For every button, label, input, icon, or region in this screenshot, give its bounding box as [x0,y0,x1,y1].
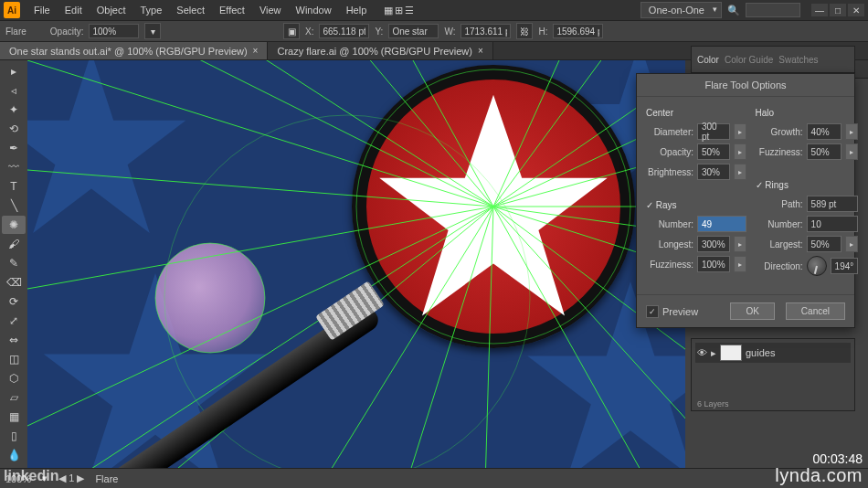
lasso-tool[interactable]: ⟲ [2,120,26,138]
menu-file[interactable]: File [27,2,57,18]
type-tool[interactable]: T [2,177,26,196]
window-minimize[interactable]: — [811,4,828,16]
stepper-icon[interactable]: ▸ [734,236,746,252]
rays-fuzziness-input[interactable]: 100% [697,256,730,272]
rings-largest-input[interactable]: 50% [807,236,842,252]
rays-longest-input[interactable]: 300% [697,236,730,252]
tab-label: Crazy flare.ai @ 100% (RGB/GPU Preview) [277,46,472,57]
x-input[interactable] [319,24,369,38]
center-opacity-label: Opacity: [646,147,693,157]
tab-close-icon[interactable]: × [253,46,259,56]
document-tab-active[interactable]: One star stands out.ai* @ 100% (RGB/GPU … [0,42,268,59]
center-opacity-input[interactable]: 50% [697,143,730,160]
arrange-icon[interactable]: ⊞ [395,5,403,16]
stepper-icon[interactable]: ▸ [845,143,858,160]
rings-number-input[interactable]: 10 [807,216,859,232]
window-maximize[interactable]: □ [830,4,846,16]
stepper-icon[interactable]: ▸ [845,123,858,140]
swatches-tab-label[interactable]: Swatches [778,55,818,65]
h-input[interactable] [553,24,603,38]
layers-count: 6 Layers [697,399,729,408]
menu-help[interactable]: Help [340,2,374,18]
diameter-label: Diameter: [646,127,693,137]
stepper-icon[interactable]: ▸ [845,236,858,252]
menu-extras-icon[interactable]: ☰ [405,5,414,16]
opacity-input[interactable] [89,24,139,38]
menu-type[interactable]: Type [134,2,169,18]
perspective-tool[interactable]: ▱ [2,388,26,407]
w-label: W: [444,27,455,37]
rays-number-input[interactable]: 49 [697,216,746,232]
menu-select[interactable]: Select [170,2,211,18]
layers-panel: 👁 ▸ guides 6 Layers [691,338,855,411]
workspace-selector[interactable]: One-on-One [640,2,722,18]
y-input[interactable] [388,24,439,38]
pen-tool[interactable]: ✒ [2,139,26,157]
growth-label: Growth: [756,127,803,137]
menu-edit[interactable]: Edit [58,2,89,18]
stepper-icon[interactable]: ▸ [734,256,746,272]
visibility-icon[interactable]: 👁 [697,347,707,358]
rotate-tool[interactable]: ⟳ [2,292,26,311]
menu-view[interactable]: View [253,2,288,18]
document-tab-inactive[interactable]: Crazy flare.ai @ 100% (RGB/GPU Preview) … [268,42,492,59]
linkedin-watermark: linkedin [4,468,58,484]
ok-button[interactable]: OK [730,302,774,320]
opacity-label: Opacity: [50,27,84,37]
doc-setup-icon[interactable]: ▦ [384,5,393,16]
center-group: Center Diameter:300 pt▸ Opacity:50%▸ Bri… [646,104,746,191]
layer-row[interactable]: 👁 ▸ guides [695,343,851,363]
search-input[interactable] [746,3,800,17]
gradient-tool[interactable]: ▯ [2,427,26,445]
menu-effect[interactable]: Effect [213,2,251,18]
rings-direction-input[interactable]: 194° [831,258,859,274]
width-tool[interactable]: ⇔ [2,331,26,349]
center-star [375,88,612,325]
color-tab-label[interactable]: Color [697,55,719,65]
brush-tool[interactable]: 🖌 [2,235,26,253]
free-transform-tool[interactable]: ◫ [2,350,26,368]
video-timestamp: 00:03:48 [813,451,863,466]
link-wh-icon[interactable]: ⛓ [516,23,533,39]
expand-icon[interactable]: ▸ [711,347,716,359]
menu-window[interactable]: Window [290,2,338,18]
brightness-input[interactable]: 30% [697,164,730,180]
curvature-tool[interactable]: 〰 [2,158,26,176]
growth-input[interactable]: 40% [807,123,842,140]
opacity-dropdown[interactable]: ▾ [144,23,161,39]
colorguide-tab-label[interactable]: Color Guide [725,55,773,65]
eraser-tool[interactable]: ⌫ [2,273,26,292]
preview-checkbox[interactable]: Preview [646,305,698,318]
diameter-input[interactable]: 300 pt [697,123,730,140]
scale-tool[interactable]: ⤢ [2,312,26,330]
cancel-button[interactable]: Cancel [786,302,845,320]
selection-tool[interactable]: ▸ [2,62,26,80]
transform-icon[interactable]: ▣ [283,23,300,39]
halo-fuzziness-input[interactable]: 50% [807,143,842,160]
x-label: X: [305,27,313,37]
direction-dial[interactable] [807,256,827,276]
stepper-icon[interactable]: ▸ [734,164,746,180]
shape-builder-tool[interactable]: ⬡ [2,369,26,387]
window-close[interactable]: ✕ [848,4,864,16]
tools-panel: ▸ ◃ ✦ ⟲ ✒ 〰 T ╲ ✺ 🖌 ✎ ⌫ ⟳ ⤢ ⇔ ◫ ⬡ ▱ ▦ ▯ … [0,60,27,468]
flare-tool[interactable]: ✺ [2,216,26,234]
flare-tool-options-dialog: Flare Tool Options Center Diameter:300 p… [636,73,855,328]
menu-object[interactable]: Object [90,2,132,18]
layer-name: guides [746,347,775,358]
rays-group: Rays Number:49 Longest:300%▸ Fuzziness:1… [646,196,746,283]
pencil-tool[interactable]: ✎ [2,254,26,272]
rings-path-input[interactable]: 589 pt [807,196,859,212]
stepper-icon[interactable]: ▸ [734,143,746,160]
eyedropper-tool[interactable]: 💧 [2,446,26,464]
mesh-tool[interactable]: ▦ [2,408,26,426]
line-tool[interactable]: ╲ [2,196,26,215]
stepper-icon[interactable]: ▸ [734,123,746,140]
color-panel: Color Color Guide Swatches [691,46,855,73]
magic-wand-tool[interactable]: ✦ [2,101,26,119]
direct-selection-tool[interactable]: ◃ [2,81,26,100]
svg-marker-0 [27,60,185,233]
w-input[interactable] [460,24,511,38]
tab-close-icon[interactable]: × [478,46,483,56]
canvas[interactable] [27,60,685,468]
